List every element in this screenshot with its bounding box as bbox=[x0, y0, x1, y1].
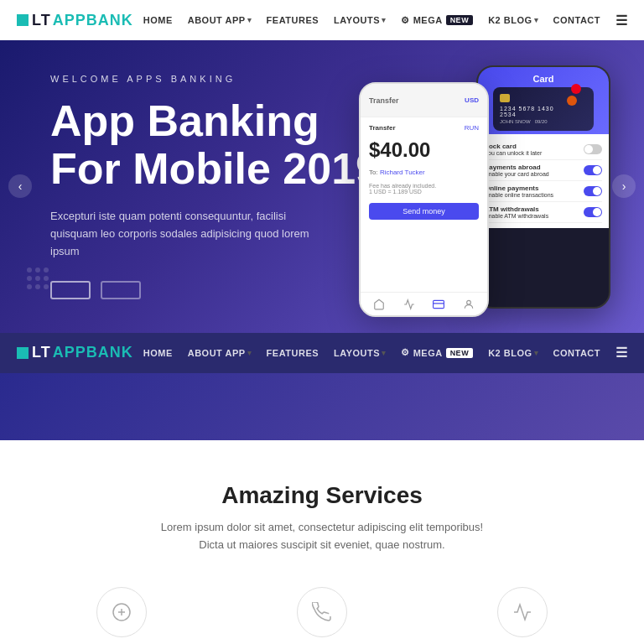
send-button[interactable]: Send money bbox=[369, 203, 479, 220]
phone-front-header: Transfer USD bbox=[361, 84, 487, 117]
svg-point-9 bbox=[27, 284, 32, 289]
toggle-payments-abroad: Payments abroadEnable your card abroad bbox=[485, 160, 602, 181]
svg-rect-0 bbox=[434, 300, 444, 308]
nav-home[interactable]: HOME bbox=[143, 15, 173, 25]
phone-front-nav bbox=[361, 292, 487, 315]
svg-point-11 bbox=[44, 284, 49, 289]
sticky-nav-layouts[interactable]: LAYOUTS bbox=[334, 348, 386, 358]
hero-section: WELCOME APPS BANKING App Banking For Mob… bbox=[0, 40, 644, 333]
top-navbar: LT APPBANK HOME ABOUT APP FEATURES LAYOU… bbox=[0, 0, 644, 40]
sticky-hamburger[interactable]: ☰ bbox=[615, 345, 627, 361]
nav-mega[interactable]: ⚙ MEGA NEW bbox=[401, 15, 473, 26]
svg-point-7 bbox=[35, 276, 40, 281]
toggle-abroad-switch[interactable] bbox=[584, 165, 602, 175]
svg-point-5 bbox=[44, 267, 49, 273]
sticky-nav-contact[interactable]: CONTACT bbox=[553, 348, 600, 358]
user-nav-icon[interactable] bbox=[462, 298, 475, 311]
svg-point-6 bbox=[27, 276, 32, 281]
service-card-2: Live call support Sed libero odio phasel… bbox=[234, 587, 409, 644]
logo[interactable]: LT APPBANK bbox=[17, 12, 133, 29]
toggle-atm: ATM withdrawalsEnable ATM withdrawals bbox=[485, 202, 602, 223]
services-section: Amazing Services Lorem ipsum dolor sit a… bbox=[0, 440, 644, 644]
nav-k2blog[interactable]: K2 BLOG bbox=[488, 15, 538, 25]
nav-hamburger[interactable]: ☰ bbox=[615, 13, 627, 29]
sticky-nav-mega[interactable]: ⚙ MEGA NEW bbox=[401, 347, 473, 358]
services-title: Amazing Services bbox=[34, 482, 610, 509]
toggle-atm-switch[interactable] bbox=[584, 207, 602, 217]
services-grid: Installation Guide Sed libero odio phase… bbox=[34, 587, 610, 644]
svg-point-10 bbox=[35, 284, 40, 289]
phone-front-body: Transfer RUN $40.00 To: Richard Tucker F… bbox=[361, 117, 487, 226]
service-icon-3 bbox=[497, 587, 548, 637]
services-desc: Lorem ipsum dolor sit amet, consectetur … bbox=[154, 519, 490, 554]
card-number: 1234 5678 1430 2534 bbox=[500, 106, 571, 117]
transfer-note: Fee has already included.1 USD = 1.189 U… bbox=[369, 183, 479, 195]
svg-point-3 bbox=[27, 267, 32, 273]
sticky-logo-lt: LT bbox=[32, 344, 51, 361]
nav-contact[interactable]: CONTACT bbox=[553, 15, 600, 25]
logo-square bbox=[17, 14, 29, 26]
purple-band bbox=[0, 373, 644, 440]
phone-mockups: Card 1234 5678 1430 2534 JOHN SNOW 09/20 bbox=[359, 57, 610, 325]
card-nav-icon[interactable] bbox=[432, 298, 445, 311]
service-card-1: Installation Guide Sed libero odio phase… bbox=[34, 587, 209, 644]
logo-lt: LT bbox=[32, 12, 51, 29]
hero-prev-arrow[interactable]: ‹ bbox=[8, 174, 32, 198]
svg-point-4 bbox=[35, 267, 40, 273]
nav-links: HOME ABOUT APP FEATURES LAYOUTS ⚙ MEGA N… bbox=[143, 13, 627, 29]
hero-next-arrow[interactable]: › bbox=[612, 174, 636, 198]
sticky-logo-square bbox=[17, 347, 29, 359]
toggle-lock-card: Lock cardYou can unlock it later bbox=[485, 139, 602, 160]
svg-point-8 bbox=[44, 276, 49, 281]
toggle-lock-switch[interactable] bbox=[584, 144, 602, 154]
hero-btn2[interactable] bbox=[101, 281, 141, 299]
sticky-navbar: LT APPBANK HOME ABOUT APP FEATURES LAYOU… bbox=[0, 333, 644, 373]
sticky-nav-home[interactable]: HOME bbox=[143, 348, 173, 358]
toggle-online-switch[interactable] bbox=[584, 186, 602, 196]
svg-point-2 bbox=[467, 300, 471, 304]
home-nav-icon[interactable] bbox=[372, 298, 386, 311]
phone-front: Transfer USD Transfer RUN $40.00 To: Ric… bbox=[359, 82, 489, 317]
service-card-3: Easy setup process Sed libero odio phase… bbox=[435, 587, 610, 644]
sticky-nav-about[interactable]: ABOUT APP bbox=[188, 348, 252, 358]
transfer-amount: $40.00 bbox=[369, 138, 479, 162]
mastercard-logo bbox=[571, 84, 587, 107]
service-icon-1 bbox=[96, 587, 147, 637]
phone-back-body: Lock cardYou can unlock it later Payment… bbox=[478, 134, 609, 228]
credit-card: 1234 5678 1430 2534 JOHN SNOW 09/20 bbox=[493, 87, 594, 131]
nav-features[interactable]: FEATURES bbox=[267, 15, 319, 25]
card-chip bbox=[500, 94, 510, 102]
sticky-nav-k2blog[interactable]: K2 BLOG bbox=[488, 348, 538, 358]
service-icon-2 bbox=[297, 587, 347, 637]
card-label: Card bbox=[486, 74, 600, 84]
sticky-logo[interactable]: LT APPBANK bbox=[17, 344, 133, 361]
sticky-nav-features[interactable]: FEATURES bbox=[267, 348, 319, 358]
logo-appbank: APPBANK bbox=[53, 12, 133, 29]
chart-nav-icon[interactable] bbox=[402, 298, 416, 311]
card-name: JOHN SNOW 09/20 bbox=[500, 119, 571, 124]
hero-desc: Excepturi iste quam potenti consequuntur… bbox=[50, 208, 319, 260]
sticky-logo-appbank: APPBANK bbox=[53, 344, 133, 361]
hero-btn1[interactable] bbox=[50, 281, 91, 299]
sticky-nav-links: HOME ABOUT APP FEATURES LAYOUTS ⚙ MEGA N… bbox=[143, 345, 627, 361]
nav-about[interactable]: ABOUT APP bbox=[188, 15, 252, 25]
phone-back-header: Card 1234 5678 1430 2534 JOHN SNOW 09/20 bbox=[478, 67, 609, 134]
toggle-online-payments: Online paymentsEnable online transaction… bbox=[485, 181, 602, 202]
transfer-user: To: Richard Tucker bbox=[369, 169, 479, 176]
phone-back: Card 1234 5678 1430 2534 JOHN SNOW 09/20 bbox=[476, 65, 610, 309]
nav-layouts[interactable]: LAYOUTS bbox=[334, 15, 386, 25]
